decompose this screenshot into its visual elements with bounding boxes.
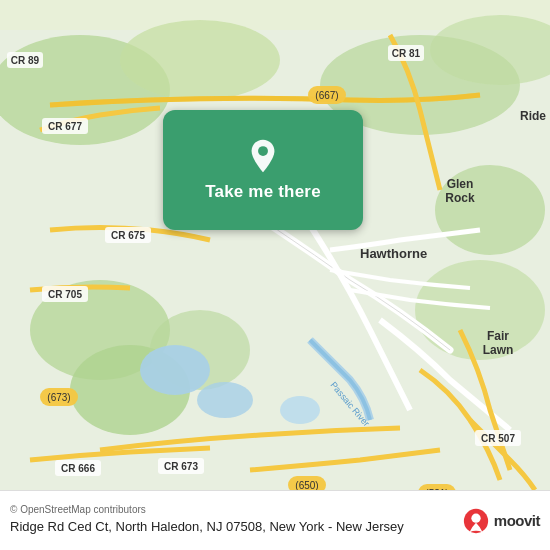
svg-point-11: [197, 382, 253, 418]
map-background: CR 677 CR 89 CR 81 (667) CR 675 CR 705 (…: [0, 0, 550, 550]
svg-point-12: [280, 396, 320, 424]
moovit-logo: moovit: [462, 507, 540, 535]
map-container: CR 677 CR 89 CR 81 (667) CR 675 CR 705 (…: [0, 0, 550, 550]
svg-text:CR 677: CR 677: [48, 121, 82, 132]
svg-text:CR 673: CR 673: [164, 461, 198, 472]
svg-point-10: [140, 345, 210, 395]
bottom-bar: © OpenStreetMap contributors Ridge Rd Ce…: [0, 490, 550, 550]
take-me-there-button[interactable]: Take me there: [163, 110, 363, 230]
moovit-icon: [462, 507, 490, 535]
svg-text:(667): (667): [315, 90, 338, 101]
svg-text:Fair: Fair: [487, 329, 509, 343]
svg-text:Lawn: Lawn: [483, 343, 514, 357]
svg-text:CR 507: CR 507: [481, 433, 515, 444]
svg-text:(673): (673): [47, 392, 70, 403]
svg-point-44: [258, 146, 268, 156]
svg-text:CR 705: CR 705: [48, 289, 82, 300]
svg-point-2: [120, 20, 280, 100]
take-me-there-label: Take me there: [205, 182, 321, 202]
svg-text:CR 666: CR 666: [61, 463, 95, 474]
svg-text:Hawthorne: Hawthorne: [360, 246, 427, 261]
svg-text:CR 89: CR 89: [11, 55, 40, 66]
svg-text:Glen: Glen: [447, 177, 474, 191]
bottom-bar-left: © OpenStreetMap contributors Ridge Rd Ce…: [10, 504, 452, 536]
svg-text:Rock: Rock: [445, 191, 475, 205]
svg-text:CR 675: CR 675: [111, 230, 145, 241]
moovit-label: moovit: [494, 512, 540, 529]
svg-text:Ride: Ride: [520, 109, 546, 123]
svg-point-8: [415, 260, 545, 360]
location-text: Ridge Rd Ced Ct, North Haledon, NJ 07508…: [10, 518, 452, 536]
location-pin-icon: [245, 138, 281, 174]
svg-point-46: [471, 513, 480, 522]
svg-text:CR 81: CR 81: [392, 48, 421, 59]
map-attribution: © OpenStreetMap contributors: [10, 504, 452, 515]
